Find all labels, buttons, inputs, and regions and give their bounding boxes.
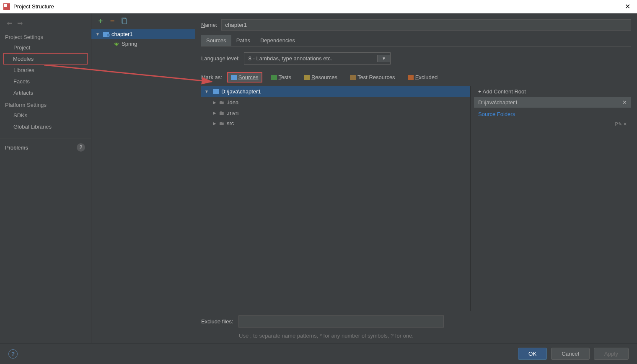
sidebar-item-artifacts[interactable]: Artifacts [0,87,91,98]
sidebar-item-problems[interactable]: Problems 2 [0,139,91,155]
language-level-label: Language level: [201,55,240,62]
sidebar-item-facets[interactable]: Facets [0,76,91,87]
folder-icon: 🖿 [219,120,224,126]
collapse-arrow-icon[interactable]: ▶ [213,111,216,115]
directory-tree: ▼ D:\java\chapter1 ▶ 🖿 .idea ▶ 🖿 .mvn ▶ … [201,86,470,311]
directory-tree-item[interactable]: ▶ 🖿 .idea [201,97,470,108]
remove-content-root-icon[interactable]: ✕ [622,99,627,106]
mark-as-sources[interactable]: Sources [227,72,262,83]
dialog-footer: ? OK Cancel Apply [0,343,637,364]
exclude-files-input[interactable] [238,315,444,328]
cancel-button[interactable]: Cancel [551,348,590,360]
directory-tree-item[interactable]: ▶ 🖿 src [201,118,470,129]
problems-label: Problems [5,145,28,151]
close-icon[interactable]: ✕ [621,3,634,10]
sidebar-separator [5,135,86,135]
content-root-path[interactable]: D:\java\chapter1 ✕ [474,97,631,108]
module-icon [103,31,110,37]
apply-button[interactable]: Apply [594,348,629,360]
root-detail-actions[interactable]: P✎ ✕ [474,121,631,128]
facet-name: Spring [122,41,137,47]
ok-button[interactable]: OK [518,348,547,360]
test-resources-folder-icon [350,75,356,80]
excluded-folder-icon [408,75,414,80]
tests-folder-icon [271,75,277,80]
directory-tree-item[interactable]: ▶ 🖿 .mvn [201,108,470,118]
collapse-arrow-icon[interactable]: ▶ [213,100,216,105]
app-icon [3,3,10,10]
directory-root-path: D:\java\chapter1 [221,88,261,95]
svg-rect-5 [107,34,110,36]
svg-rect-1 [4,4,7,7]
module-name: chapter1 [111,31,133,37]
sidebar: ⬅ ➡ Project Settings Project Modules Lib… [0,13,91,343]
expand-arrow-icon[interactable]: ▼ [96,32,101,36]
copy-icon[interactable] [121,18,127,24]
problems-count-badge: 2 [77,143,85,152]
platform-settings-heading: Platform Settings [0,98,91,110]
language-level-value: 8 - Lambdas, type annotations etc. [249,55,332,62]
sources-folder-icon [231,75,237,80]
module-tree-panel: + − ▼ chapter1 ❀ Spring [91,13,195,343]
exclude-files-label: Exclude files: [201,318,233,325]
help-icon[interactable]: ? [8,349,18,359]
mark-as-excluded[interactable]: Excluded [404,72,441,83]
nav-back-icon[interactable]: ⬅ [7,19,12,27]
add-icon[interactable]: + [97,18,104,24]
tab-sources[interactable]: Sources [201,35,231,46]
language-level-select[interactable]: 8 - Lambdas, type annotations etc. ▼ [244,52,391,65]
folder-icon [213,89,219,94]
svg-rect-3 [123,19,127,24]
sidebar-item-modules[interactable]: Modules [3,53,88,65]
source-folders-heading: Source Folders [474,108,631,121]
module-tree-child[interactable]: ❀ Spring [91,39,195,49]
content-panel: Name: Sources Paths Dependencies Languag… [195,13,637,343]
nav-forward-icon[interactable]: ➡ [17,19,23,27]
sidebar-item-global-libraries[interactable]: Global Libraries [0,121,91,132]
tab-paths[interactable]: Paths [231,35,255,46]
name-label: Name: [201,22,217,28]
expand-arrow-icon[interactable]: ▼ [205,89,210,94]
titlebar: Project Structure ✕ [0,0,637,13]
directory-tree-root[interactable]: ▼ D:\java\chapter1 [201,86,470,97]
add-content-root-button[interactable]: + Add Content Root [474,86,631,97]
sidebar-item-libraries[interactable]: Libraries [0,65,91,76]
module-tabs: Sources Paths Dependencies [201,35,631,46]
collapse-arrow-icon[interactable]: ▶ [213,121,216,126]
dropdown-arrow-icon: ▼ [377,55,390,62]
mark-as-resources[interactable]: Resources [300,72,341,83]
sidebar-item-sdks[interactable]: SDKs [0,110,91,121]
mark-as-tests[interactable]: Tests [267,72,295,83]
sidebar-item-project[interactable]: Project [0,42,91,53]
module-name-input[interactable] [221,19,631,31]
folder-icon: 🖿 [219,99,224,106]
module-tree-root[interactable]: ▼ chapter1 [91,29,195,39]
window-title: Project Structure [13,3,621,10]
mark-as-test-resources[interactable]: Test Resources [346,72,399,83]
exclude-files-hint: Use ; to separate name patterns, * for a… [201,330,446,343]
spring-icon: ❀ [113,41,120,47]
resources-folder-icon [304,75,310,80]
project-settings-heading: Project Settings [0,31,91,42]
remove-icon[interactable]: − [109,18,116,24]
mark-as-label: Mark as: [201,74,222,80]
content-roots-panel: + Add Content Root D:\java\chapter1 ✕ So… [470,86,631,311]
folder-icon: 🖿 [219,110,224,116]
tab-dependencies[interactable]: Dependencies [255,35,300,46]
